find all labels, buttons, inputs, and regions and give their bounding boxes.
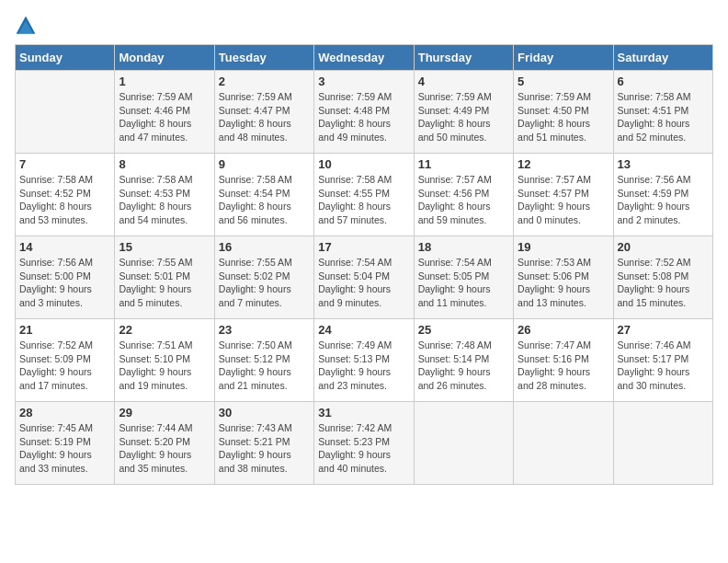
calendar-cell: 3Sunrise: 7:59 AMSunset: 4:48 PMDaylight…: [314, 71, 414, 154]
day-info: Sunrise: 7:52 AMSunset: 5:09 PMDaylight:…: [19, 339, 110, 393]
calendar-cell: 25Sunrise: 7:48 AMSunset: 5:14 PMDayligh…: [414, 319, 513, 402]
day-info: Sunrise: 7:52 AMSunset: 5:08 PMDaylight:…: [618, 256, 709, 310]
calendar-cell: 18Sunrise: 7:54 AMSunset: 5:05 PMDayligh…: [414, 236, 513, 319]
day-number: 23: [219, 323, 310, 337]
weekday-header: Saturday: [613, 45, 712, 71]
calendar-week-row: 28Sunrise: 7:45 AMSunset: 5:19 PMDayligh…: [16, 402, 713, 485]
calendar-week-row: 14Sunrise: 7:56 AMSunset: 5:00 PMDayligh…: [16, 236, 713, 319]
day-number: 22: [119, 323, 210, 337]
day-number: 28: [19, 406, 110, 419]
day-info: Sunrise: 7:59 AMSunset: 4:48 PMDaylight:…: [318, 90, 409, 144]
calendar-week-row: 1Sunrise: 7:59 AMSunset: 4:46 PMDaylight…: [16, 71, 713, 154]
calendar-cell: [16, 71, 115, 154]
day-info: Sunrise: 7:58 AMSunset: 4:51 PMDaylight:…: [618, 90, 709, 144]
calendar-cell: 11Sunrise: 7:57 AMSunset: 4:56 PMDayligh…: [414, 154, 513, 236]
calendar-cell: 9Sunrise: 7:58 AMSunset: 4:54 PMDaylight…: [214, 154, 313, 236]
calendar-cell: 6Sunrise: 7:58 AMSunset: 4:51 PMDaylight…: [613, 71, 712, 154]
day-info: Sunrise: 7:54 AMSunset: 5:04 PMDaylight:…: [318, 256, 409, 310]
calendar-cell: 30Sunrise: 7:43 AMSunset: 5:21 PMDayligh…: [214, 402, 313, 485]
day-number: 26: [518, 323, 609, 337]
day-info: Sunrise: 7:54 AMSunset: 5:05 PMDaylight:…: [418, 256, 509, 310]
day-number: 29: [119, 406, 210, 419]
day-number: 20: [618, 240, 709, 254]
weekday-header-row: SundayMondayTuesdayWednesdayThursdayFrid…: [16, 45, 713, 71]
day-number: 21: [19, 323, 110, 337]
day-number: 5: [518, 75, 609, 88]
day-info: Sunrise: 7:45 AMSunset: 5:19 PMDaylight:…: [19, 421, 110, 476]
day-number: 31: [318, 406, 409, 419]
page-header: [15, 15, 713, 37]
day-info: Sunrise: 7:56 AMSunset: 5:00 PMDaylight:…: [19, 256, 110, 310]
weekday-header: Monday: [115, 45, 214, 71]
day-number: 9: [219, 157, 310, 171]
logo-icon: [15, 15, 37, 37]
calendar-cell: 27Sunrise: 7:46 AMSunset: 5:17 PMDayligh…: [613, 319, 712, 402]
calendar-cell: 1Sunrise: 7:59 AMSunset: 4:46 PMDaylight…: [115, 71, 214, 154]
calendar-cell: 12Sunrise: 7:57 AMSunset: 4:57 PMDayligh…: [514, 154, 613, 236]
day-info: Sunrise: 7:43 AMSunset: 5:21 PMDaylight:…: [219, 421, 310, 476]
day-number: 25: [418, 323, 509, 337]
day-info: Sunrise: 7:58 AMSunset: 4:53 PMDaylight:…: [119, 173, 210, 227]
calendar-cell: 29Sunrise: 7:44 AMSunset: 5:20 PMDayligh…: [115, 402, 214, 485]
weekday-header: Wednesday: [314, 45, 414, 71]
day-info: Sunrise: 7:59 AMSunset: 4:46 PMDaylight:…: [119, 90, 210, 144]
calendar-cell: 19Sunrise: 7:53 AMSunset: 5:06 PMDayligh…: [514, 236, 613, 319]
day-info: Sunrise: 7:58 AMSunset: 4:54 PMDaylight:…: [219, 173, 310, 227]
day-number: 18: [418, 240, 509, 254]
weekday-header: Sunday: [16, 45, 115, 71]
calendar-cell: 7Sunrise: 7:58 AMSunset: 4:52 PMDaylight…: [16, 154, 115, 236]
day-info: Sunrise: 7:56 AMSunset: 4:59 PMDaylight:…: [618, 173, 709, 227]
logo: [15, 15, 40, 37]
calendar-cell: 26Sunrise: 7:47 AMSunset: 5:16 PMDayligh…: [514, 319, 613, 402]
day-info: Sunrise: 7:58 AMSunset: 4:52 PMDaylight:…: [19, 173, 110, 227]
weekday-header: Thursday: [414, 45, 513, 71]
day-number: 3: [318, 75, 409, 88]
day-number: 19: [518, 240, 609, 254]
day-info: Sunrise: 7:53 AMSunset: 5:06 PMDaylight:…: [518, 256, 609, 310]
calendar-cell: 13Sunrise: 7:56 AMSunset: 4:59 PMDayligh…: [613, 154, 712, 236]
calendar-week-row: 7Sunrise: 7:58 AMSunset: 4:52 PMDaylight…: [16, 154, 713, 236]
calendar-cell: 16Sunrise: 7:55 AMSunset: 5:02 PMDayligh…: [214, 236, 313, 319]
day-number: 10: [318, 157, 409, 171]
day-number: 12: [518, 157, 609, 171]
calendar-cell: 2Sunrise: 7:59 AMSunset: 4:47 PMDaylight…: [214, 71, 313, 154]
calendar-cell: 24Sunrise: 7:49 AMSunset: 5:13 PMDayligh…: [314, 319, 414, 402]
day-number: 27: [618, 323, 709, 337]
day-info: Sunrise: 7:49 AMSunset: 5:13 PMDaylight:…: [318, 339, 409, 393]
day-info: Sunrise: 7:46 AMSunset: 5:17 PMDaylight:…: [618, 339, 709, 393]
calendar-cell: [613, 402, 712, 485]
calendar-cell: 17Sunrise: 7:54 AMSunset: 5:04 PMDayligh…: [314, 236, 414, 319]
day-number: 6: [618, 75, 709, 88]
day-number: 30: [219, 406, 310, 419]
day-number: 4: [418, 75, 509, 88]
day-number: 24: [318, 323, 409, 337]
calendar-cell: 4Sunrise: 7:59 AMSunset: 4:49 PMDaylight…: [414, 71, 513, 154]
day-info: Sunrise: 7:55 AMSunset: 5:01 PMDaylight:…: [119, 256, 210, 310]
calendar-cell: 14Sunrise: 7:56 AMSunset: 5:00 PMDayligh…: [16, 236, 115, 319]
calendar-cell: 8Sunrise: 7:58 AMSunset: 4:53 PMDaylight…: [115, 154, 214, 236]
calendar-cell: 5Sunrise: 7:59 AMSunset: 4:50 PMDaylight…: [514, 71, 613, 154]
day-number: 1: [119, 75, 210, 88]
calendar-cell: 10Sunrise: 7:58 AMSunset: 4:55 PMDayligh…: [314, 154, 414, 236]
day-info: Sunrise: 7:48 AMSunset: 5:14 PMDaylight:…: [418, 339, 509, 393]
calendar-cell: 15Sunrise: 7:55 AMSunset: 5:01 PMDayligh…: [115, 236, 214, 319]
day-number: 15: [119, 240, 210, 254]
day-number: 11: [418, 157, 509, 171]
day-info: Sunrise: 7:42 AMSunset: 5:23 PMDaylight:…: [318, 421, 409, 476]
day-info: Sunrise: 7:50 AMSunset: 5:12 PMDaylight:…: [219, 339, 310, 393]
day-info: Sunrise: 7:57 AMSunset: 4:57 PMDaylight:…: [518, 173, 609, 227]
day-info: Sunrise: 7:51 AMSunset: 5:10 PMDaylight:…: [119, 339, 210, 393]
weekday-header: Friday: [514, 45, 613, 71]
day-info: Sunrise: 7:58 AMSunset: 4:55 PMDaylight:…: [318, 173, 409, 227]
calendar-cell: [514, 402, 613, 485]
day-number: 17: [318, 240, 409, 254]
day-info: Sunrise: 7:59 AMSunset: 4:50 PMDaylight:…: [518, 90, 609, 144]
day-number: 14: [19, 240, 110, 254]
calendar-cell: 31Sunrise: 7:42 AMSunset: 5:23 PMDayligh…: [314, 402, 414, 485]
calendar-cell: 20Sunrise: 7:52 AMSunset: 5:08 PMDayligh…: [613, 236, 712, 319]
weekday-header: Tuesday: [214, 45, 313, 71]
day-info: Sunrise: 7:55 AMSunset: 5:02 PMDaylight:…: [219, 256, 310, 310]
day-number: 13: [618, 157, 709, 171]
day-info: Sunrise: 7:59 AMSunset: 4:49 PMDaylight:…: [418, 90, 509, 144]
calendar-week-row: 21Sunrise: 7:52 AMSunset: 5:09 PMDayligh…: [16, 319, 713, 402]
